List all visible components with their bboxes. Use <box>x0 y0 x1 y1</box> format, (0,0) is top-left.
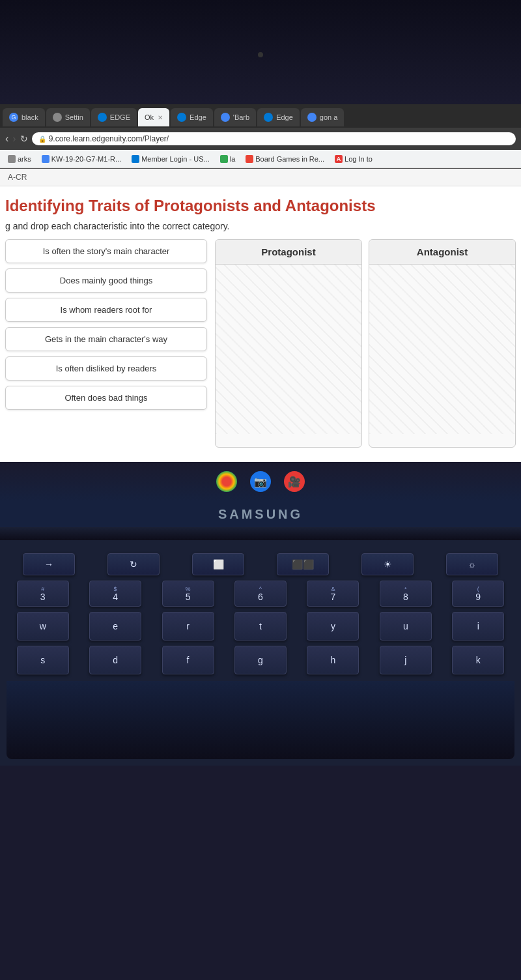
key-6[interactable]: ^ 6 <box>234 581 287 607</box>
characteristic-card-5[interactable]: Is often disliked by readers <box>5 356 207 381</box>
key-window[interactable]: ⬜ <box>192 553 244 575</box>
key-y[interactable]: y <box>307 612 359 641</box>
laptop-bottom-deck <box>7 681 514 759</box>
bookmark-boardgames-label: Board Games in Re... <box>255 155 324 163</box>
key-4[interactable]: $ 4 <box>89 581 141 607</box>
bookmark-arks[interactable]: arks <box>4 154 35 164</box>
refresh-button[interactable]: ↻ <box>20 134 28 144</box>
video-icon[interactable]: 🎥 <box>284 471 305 492</box>
tab-ok-close[interactable]: ✕ <box>158 114 163 121</box>
key-bright-down-label: ☀ <box>384 560 392 569</box>
characteristic-text-2: Does mainly good things <box>60 276 152 285</box>
tab-barb[interactable]: 'Barb <box>214 108 256 126</box>
key-h[interactable]: h <box>307 646 359 674</box>
drop-zone-protagonist[interactable]: Protagonist <box>215 239 362 448</box>
key-w-label: w <box>40 622 46 631</box>
key-bright-up[interactable]: ☼ <box>446 553 498 575</box>
key-y-label: y <box>331 622 335 631</box>
camera-icon[interactable]: 📷 <box>250 471 271 492</box>
key-e[interactable]: e <box>89 612 141 641</box>
tab-edge3-label: Edge <box>276 113 293 121</box>
key-k[interactable]: k <box>452 646 504 674</box>
key-arrow[interactable]: → <box>23 553 75 575</box>
key-i[interactable]: i <box>452 612 504 641</box>
key-j-label: j <box>404 656 406 665</box>
activity-area: Is often the story's main character Does… <box>0 239 521 448</box>
webcam <box>258 52 263 57</box>
back-button[interactable]: ‹ <box>5 133 8 145</box>
tab-edge1-icon <box>98 113 107 122</box>
drop-zone-antagonist-body[interactable] <box>369 265 515 434</box>
key-5-main: 5 <box>186 592 191 601</box>
key-split[interactable]: ⬛⬛ <box>277 553 329 575</box>
samsung-label-area: SAMSUNG <box>0 501 521 527</box>
keyboard-row-wertyui: w e r t y u i <box>7 612 514 641</box>
keyboard-row-sdfghjk: s d f g h j k <box>7 646 514 674</box>
key-t[interactable]: t <box>234 612 287 641</box>
key-7[interactable]: & 7 <box>307 581 359 607</box>
tab-edge1[interactable]: EDGE <box>91 108 137 126</box>
tab-gon[interactable]: gon a <box>301 108 345 126</box>
characteristic-card-2[interactable]: Does mainly good things <box>5 268 207 293</box>
key-w[interactable]: w <box>17 612 69 641</box>
key-r-label: r <box>186 622 190 631</box>
tab-gon-icon <box>307 113 317 122</box>
bookmark-member-label: Member Login - US... <box>141 155 210 163</box>
tab-edge2[interactable]: Edge <box>171 108 213 126</box>
key-d[interactable]: d <box>89 646 141 674</box>
bookmark-kw[interactable]: KW-19-20-G7-M1-R... <box>38 154 125 164</box>
tab-settings[interactable]: Settin <box>46 108 90 126</box>
tab-settings-label: Settin <box>65 113 83 121</box>
bookmark-login[interactable]: A Log In to <box>331 154 376 164</box>
screen-bottom-bezel: 📷 🎥 <box>0 462 521 501</box>
key-5[interactable]: % 5 <box>162 581 214 607</box>
drop-zone-protagonist-body[interactable] <box>216 265 361 434</box>
key-3-main: 3 <box>40 592 46 601</box>
key-g[interactable]: g <box>234 646 287 674</box>
instructions: g and drop each characteristic into the … <box>0 221 521 239</box>
keyboard-area: → ↻ ⬜ ⬛⬛ ☀ ☼ # 3 $ 4 % 5 ^ <box>0 540 521 766</box>
characteristic-card-1[interactable]: Is often the story's main character <box>5 239 207 263</box>
characteristic-text-1: Is often the story's main character <box>43 246 170 256</box>
drop-zone-antagonist[interactable]: Antagonist <box>369 239 516 448</box>
key-f[interactable]: f <box>162 646 214 674</box>
key-r[interactable]: r <box>162 612 214 641</box>
drop-zone-antagonist-label: Antagonist <box>417 246 468 257</box>
tab-black[interactable]: G black <box>3 108 45 126</box>
tab-edge3[interactable]: Edge <box>257 108 300 126</box>
tab-bar: G black Settin EDGE Ok ✕ Edge 'Barb Edge <box>0 104 521 128</box>
key-s-label: s <box>40 656 45 665</box>
tab-black-label: black <box>21 113 38 121</box>
key-u[interactable]: u <box>380 612 432 641</box>
breadcrumb-text: A-CR <box>8 173 27 182</box>
key-j[interactable]: j <box>380 646 432 674</box>
characteristic-card-6[interactable]: Often does bad things <box>5 386 207 410</box>
characteristic-card-3[interactable]: Is whom readers root for <box>5 298 207 322</box>
key-8-main: 8 <box>403 592 408 601</box>
forward-button[interactable]: › <box>12 133 16 145</box>
characteristic-card-4[interactable]: Gets in the main character's way <box>5 327 207 351</box>
key-g-label: g <box>258 656 263 665</box>
bookmark-boardgames[interactable]: Board Games in Re... <box>242 154 328 164</box>
key-refresh[interactable]: ↻ <box>107 553 160 575</box>
key-9-main: 9 <box>475 592 481 601</box>
chrome-icon[interactable] <box>216 471 237 492</box>
key-k-label: k <box>476 656 481 665</box>
key-bright-down[interactable]: ☀ <box>361 553 414 575</box>
bookmark-member[interactable]: Member Login - US... <box>128 154 214 164</box>
key-s[interactable]: s <box>17 646 69 674</box>
tab-barb-label: 'Barb <box>233 113 249 121</box>
key-h-label: h <box>330 656 335 665</box>
bookmark-la[interactable]: la <box>216 154 240 164</box>
characteristic-text-3: Is whom readers root for <box>61 305 152 315</box>
page-title-text: Identifying Traits of Protagonists and A… <box>5 197 375 214</box>
key-t-label: t <box>259 622 262 631</box>
key-e-label: e <box>113 622 118 631</box>
key-3[interactable]: # 3 <box>17 581 69 607</box>
tab-ok[interactable]: Ok ✕ <box>138 108 169 126</box>
key-8[interactable]: * 8 <box>380 581 432 607</box>
address-bar[interactable]: 🔒 9.core.learn.edgenuity.com/Player/ <box>32 132 516 145</box>
key-9[interactable]: ( 9 <box>452 581 504 607</box>
bookmark-member-icon <box>132 155 139 163</box>
page-title: Identifying Traits of Protagonists and A… <box>0 186 521 221</box>
